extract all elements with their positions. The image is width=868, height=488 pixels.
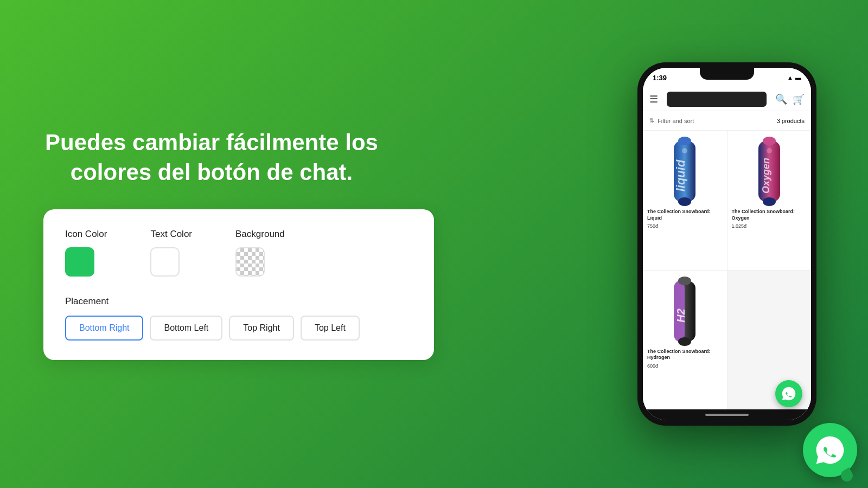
product-name-oxygen: The Collection Snowboard: Oxygen: [732, 209, 807, 221]
filter-label: Filter and sort: [658, 118, 694, 124]
product-name-hydrogen: The Collection Snowboard: Hydrogen: [647, 349, 723, 361]
products-count: 3 products: [777, 118, 805, 124]
phone-notch: [700, 68, 754, 80]
placement-bottom-right[interactable]: Bottom Right: [65, 316, 143, 341]
status-icons: ▲ ▬: [787, 74, 801, 81]
svg-point-7: [763, 197, 776, 206]
product-grid: liquid The Collection Snowboard: Liquid …: [643, 131, 811, 409]
svg-point-6: [763, 137, 776, 145]
svg-point-9: [767, 148, 772, 153]
placement-top-left[interactable]: Top Left: [301, 316, 360, 341]
settings-card: Icon Color Text Color Background Placeme…: [43, 209, 434, 360]
product-image-hydrogen: H2: [647, 276, 723, 346]
background-group: Background: [235, 229, 285, 277]
text-color-label: Text Color: [150, 229, 192, 240]
filter-bar: ⇅ Filter and sort 3 products: [643, 111, 811, 131]
phone-mockup: 1:39 ▲ ▬ ☰ 🔍 🛒 ⇅ Filter and sort: [637, 62, 816, 426]
svg-text:Oxygen: Oxygen: [761, 158, 771, 194]
headline: Puedes cambiar fácilmente los colores de…: [43, 128, 380, 187]
icon-color-group: Icon Color: [65, 229, 107, 277]
product-image-liquid: liquid: [647, 136, 723, 207]
search-icon[interactable]: 🔍: [775, 93, 787, 105]
product-price-oxygen: 1.025đ: [732, 223, 807, 229]
product-price-liquid: 750đ: [647, 223, 723, 229]
placement-buttons: Bottom Right Bottom Left Top Right Top L…: [65, 316, 412, 341]
svg-point-1: [678, 137, 691, 145]
icon-color-swatch[interactable]: [65, 247, 94, 277]
svg-text:liquid: liquid: [674, 159, 687, 191]
product-image-oxygen: Oxygen: [732, 136, 807, 207]
wifi-icon: ▲: [787, 74, 793, 81]
svg-point-4: [682, 148, 687, 153]
battery-icon: ▬: [795, 74, 801, 81]
search-bar[interactable]: [667, 92, 767, 107]
whatsapp-large-circle: [803, 423, 857, 477]
right-panel: 1:39 ▲ ▬ ☰ 🔍 🛒 ⇅ Filter and sort: [618, 41, 835, 447]
svg-point-2: [678, 197, 691, 206]
product-cell-oxygen[interactable]: Oxygen The Collection Snowboard: Oxygen …: [727, 131, 812, 270]
nav-action-icons: 🔍 🛒: [775, 93, 805, 105]
icon-color-label: Icon Color: [65, 229, 107, 240]
whatsapp-fab[interactable]: [775, 380, 802, 407]
svg-text:H2: H2: [675, 309, 687, 323]
filter-icon: ⇅: [649, 117, 654, 124]
left-panel: Puedes cambiar fácilmente los colores de…: [0, 95, 618, 392]
placement-label: Placement: [65, 296, 412, 307]
status-time: 1:39: [653, 74, 667, 82]
text-color-swatch[interactable]: [150, 247, 180, 277]
placement-top-right[interactable]: Top Right: [229, 316, 294, 341]
color-section: Icon Color Text Color Background: [65, 229, 412, 277]
phone-screen: 1:39 ▲ ▬ ☰ 🔍 🛒 ⇅ Filter and sort: [643, 68, 811, 420]
hamburger-icon[interactable]: ☰: [649, 93, 658, 105]
bottom-bar: [643, 409, 811, 420]
product-cell-hydrogen[interactable]: H2 The Collection Snowboard: Hydrogen 60…: [643, 271, 727, 410]
home-indicator: [705, 414, 749, 416]
whatsapp-large-icon: [803, 423, 857, 477]
background-swatch[interactable]: [235, 247, 265, 277]
nav-bar: ☰ 🔍 🛒: [643, 87, 811, 111]
svg-point-13: [678, 337, 691, 346]
text-color-group: Text Color: [150, 229, 192, 277]
background-label: Background: [235, 229, 285, 240]
filter-left[interactable]: ⇅ Filter and sort: [649, 117, 694, 124]
product-cell-liquid[interactable]: liquid The Collection Snowboard: Liquid …: [643, 131, 727, 270]
cart-icon[interactable]: 🛒: [793, 93, 805, 105]
product-name-liquid: The Collection Snowboard: Liquid: [647, 209, 723, 221]
product-price-hydrogen: 600đ: [647, 363, 723, 369]
svg-point-12: [678, 277, 691, 285]
placement-bottom-left[interactable]: Bottom Left: [150, 316, 222, 341]
placement-section: Placement Bottom Right Bottom Left Top R…: [65, 296, 412, 341]
